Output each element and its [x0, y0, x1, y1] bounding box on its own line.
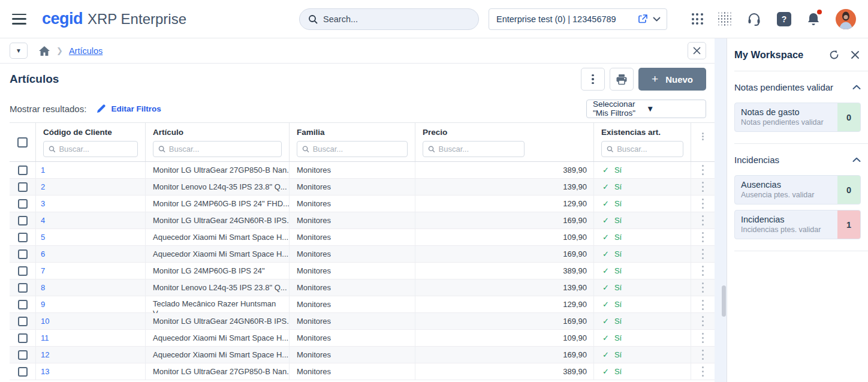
column-header-precio[interactable]: Precio [423, 128, 586, 137]
row-checkbox[interactable] [18, 249, 28, 259]
breadcrumb-link-articulos[interactable]: Artículos [69, 46, 103, 56]
table-row[interactable]: 5 Aquecedor Xiaomi Mi Smart Space H... M… [10, 229, 715, 246]
hamburger-menu-icon[interactable] [12, 14, 26, 25]
row-checkbox[interactable] [18, 283, 28, 293]
cell-code[interactable]: 1 [36, 162, 146, 178]
cell-code[interactable]: 5 [36, 229, 146, 245]
table-row[interactable]: 8 Monitor Lenovo L24q-35 IPS 23.8" Q... … [10, 279, 715, 296]
table-row[interactable]: 12 Aquecedor Xiaomi Mi Smart Space H... … [10, 347, 715, 363]
kebab-icon [592, 74, 594, 85]
row-options-kebab-button[interactable] [691, 263, 715, 279]
print-button[interactable] [610, 68, 634, 91]
external-link-icon[interactable] [638, 14, 648, 24]
cell-code[interactable]: 8 [36, 279, 146, 296]
column-search-codigo[interactable] [43, 141, 138, 157]
my-filters-select[interactable]: Seleccionar "Mis Filtros" ▼ [586, 100, 706, 118]
check-icon: ✓ [602, 195, 609, 212]
chevron-up-icon[interactable] [852, 157, 861, 163]
row-checkbox[interactable] [18, 233, 28, 242]
row-options-kebab-button[interactable] [691, 212, 715, 228]
column-header-articulo[interactable]: Artículo [153, 128, 282, 137]
cell-stock: ✓Sí [594, 162, 691, 178]
cell-code[interactable]: 6 [36, 246, 146, 262]
row-checkbox[interactable] [18, 317, 28, 326]
table-options-kebab-button[interactable] [691, 123, 715, 161]
page-options-kebab-button[interactable] [581, 68, 605, 91]
table-row[interactable]: 1 Monitor LG UltraGear 27GP850-B Nan... … [10, 162, 715, 179]
table-row[interactable]: 9 Teclado Mecânico Razer Huntsman V... M… [10, 296, 715, 313]
cell-code[interactable]: 10 [36, 313, 146, 329]
vertical-scrollbar[interactable] [715, 38, 727, 382]
cell-code[interactable]: 9 [36, 296, 146, 313]
dots-grid-icon[interactable] [718, 12, 732, 26]
row-options-kebab-button[interactable] [691, 330, 715, 346]
column-search-existencias[interactable] [601, 141, 683, 157]
breadcrumb-dropdown-button[interactable]: ▼ [10, 43, 28, 59]
row-checkbox[interactable] [18, 350, 28, 360]
column-search-familia[interactable] [297, 141, 408, 157]
refresh-icon[interactable] [828, 49, 840, 61]
user-avatar[interactable] [836, 9, 856, 29]
row-options-kebab-button[interactable] [691, 279, 715, 296]
row-options-kebab-button[interactable] [691, 229, 715, 245]
caret-down-icon: ▼ [646, 104, 700, 113]
table-row[interactable]: 4 Monitor LG UltraGear 24GN60R-B IPS... … [10, 212, 715, 229]
select-all-checkbox[interactable] [17, 137, 28, 148]
row-checkbox[interactable] [18, 266, 28, 276]
column-header-existencias[interactable]: Existencias art. [601, 128, 683, 137]
table-row[interactable]: 7 Monitor LG 24MP60G-B IPS 24" Monitores… [10, 263, 715, 279]
row-options-kebab-button[interactable] [691, 347, 715, 363]
row-checkbox[interactable] [18, 182, 28, 192]
row-checkbox[interactable] [18, 216, 28, 225]
cell-code[interactable]: 4 [36, 212, 146, 228]
row-options-kebab-button[interactable] [691, 195, 715, 212]
table-row[interactable]: 3 Monitor LG 24MP60G-B IPS 24" FHD... Mo… [10, 195, 715, 212]
table-row[interactable]: 11 Aquecedor Xiaomi Mi Smart Space H... … [10, 330, 715, 347]
new-button[interactable]: + Nuevo [638, 68, 706, 91]
help-icon[interactable]: ? [777, 12, 791, 26]
table-row[interactable]: 10 Monitor LG UltraGear 24GN60R-B IPS...… [10, 313, 715, 330]
column-search-articulo[interactable] [153, 141, 282, 157]
cell-code[interactable]: 11 [36, 330, 146, 346]
chevron-down-icon[interactable] [653, 17, 661, 22]
table-row[interactable]: 13 Monitor LG UltraGear 27GP850-B Nan...… [10, 363, 715, 380]
scrollbar-thumb[interactable] [722, 285, 726, 317]
global-search[interactable] [299, 8, 479, 30]
cell-code[interactable]: 7 [36, 263, 146, 279]
cell-code[interactable]: 12 [36, 347, 146, 363]
apps-grid-icon[interactable] [692, 13, 703, 25]
column-header-codigo[interactable]: Código de Cliente [43, 128, 138, 137]
cell-code[interactable]: 2 [36, 179, 146, 195]
close-page-button[interactable] [688, 42, 706, 59]
table-row[interactable]: 6 Aquecedor Xiaomi Mi Smart Space H... M… [10, 246, 715, 263]
workspace-card[interactable]: Notas de gasto Notas pendientes validar … [734, 103, 861, 132]
row-options-kebab-button[interactable] [691, 363, 715, 380]
workspace-card[interactable]: Ausencias Ausencia ptes. validar 0 [734, 175, 861, 204]
column-header-familia[interactable]: Familia [297, 128, 408, 137]
row-options-kebab-button[interactable] [691, 179, 715, 195]
row-options-kebab-button[interactable] [691, 296, 715, 313]
home-icon[interactable] [38, 46, 50, 56]
row-checkbox[interactable] [18, 199, 28, 209]
row-options-kebab-button[interactable] [691, 162, 715, 178]
row-options-kebab-button[interactable] [691, 313, 715, 329]
row-checkbox[interactable] [18, 367, 28, 377]
row-options-kebab-button[interactable] [691, 246, 715, 262]
row-checkbox[interactable] [18, 300, 28, 309]
workspace-close-icon[interactable] [851, 50, 860, 59]
workspace-card[interactable]: Incidencias Incidencias ptes. validar 1 [734, 210, 861, 239]
cell-code[interactable]: 13 [36, 363, 146, 380]
chevron-up-icon[interactable] [852, 85, 861, 90]
cell-family: Monitores [290, 263, 415, 279]
table-row[interactable]: 2 Monitor Lenovo L24q-35 IPS 23.8" Q... … [10, 179, 715, 195]
cell-family: Monitores [290, 296, 415, 313]
row-checkbox[interactable] [18, 166, 28, 175]
row-checkbox[interactable] [18, 333, 28, 343]
support-headset-icon[interactable] [746, 11, 762, 27]
search-input[interactable] [323, 14, 470, 24]
column-search-precio[interactable] [423, 141, 525, 157]
cell-code[interactable]: 3 [36, 195, 146, 212]
enterprise-selector[interactable]: Enterprise test (0) | 123456789 [489, 8, 667, 30]
notifications-bell-icon[interactable] [806, 11, 821, 27]
edit-filters-button[interactable]: Editar Filtros [96, 104, 161, 114]
